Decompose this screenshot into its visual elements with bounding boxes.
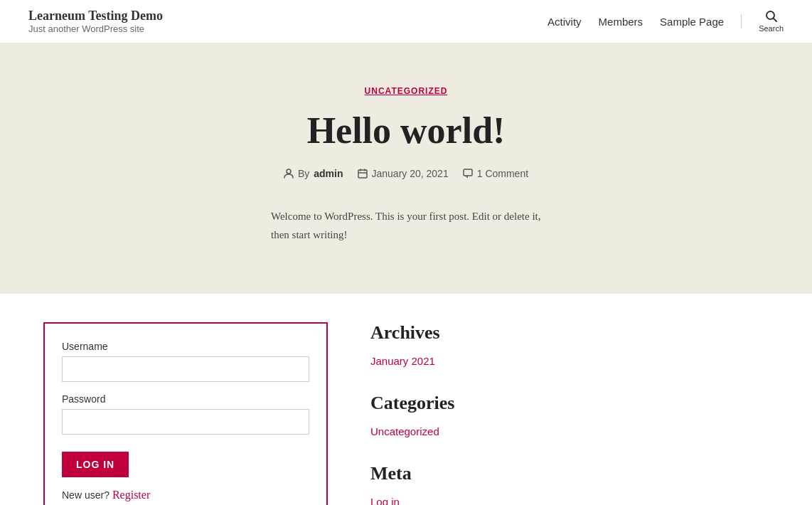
new-user-text: New user? [62, 489, 109, 501]
site-nav: Activity Members Sample Page Search [547, 10, 784, 33]
svg-rect-7 [464, 169, 472, 176]
categories-section: Categories Uncategorized [370, 393, 769, 437]
login-button[interactable]: LOG IN [62, 452, 129, 477]
username-group: Username [62, 341, 309, 382]
main-content: Username Password LOG IN New user? Regis… [15, 294, 797, 505]
nav-members[interactable]: Members [599, 16, 643, 28]
search-icon [765, 10, 778, 23]
category-uncategorized[interactable]: Uncategorized [370, 425, 769, 437]
meta-date: January 20, 2021 [372, 168, 449, 179]
calendar-icon [358, 169, 368, 179]
site-branding: Learneum Testing Demo Just another WordP… [28, 9, 163, 34]
nav-divider [741, 14, 742, 28]
post-meta: By admin January 20, 2021 1 Comment [14, 168, 798, 179]
search-icon-label: Search [759, 24, 784, 33]
meta-heading: Meta [370, 463, 769, 484]
username-input[interactable] [62, 356, 309, 382]
register-link[interactable]: Register [112, 489, 150, 501]
meta-log-in[interactable]: Log in [370, 496, 769, 505]
meta-by: By [298, 168, 309, 179]
password-group: Password [62, 393, 309, 435]
person-icon [284, 169, 294, 179]
meta-comment-item: 1 Comment [463, 168, 528, 179]
login-widget: Username Password LOG IN New user? Regis… [43, 322, 328, 505]
left-column: Username Password LOG IN New user? Regis… [43, 322, 328, 505]
header-search-button[interactable]: Search [759, 10, 784, 33]
archives-heading: Archives [370, 322, 769, 344]
nav-sample-page[interactable]: Sample Page [660, 16, 724, 28]
archives-jan-2021[interactable]: January 2021 [370, 355, 769, 367]
categories-heading: Categories [370, 393, 769, 414]
site-header: Learneum Testing Demo Just another WordP… [0, 0, 812, 43]
meta-author-item: By admin [284, 168, 343, 179]
username-label: Username [62, 341, 309, 352]
site-description: Just another WordPress site [28, 23, 163, 34]
post-excerpt: Welcome to WordPress. This is your first… [271, 208, 541, 244]
meta-author: admin [314, 168, 343, 179]
svg-line-1 [773, 18, 776, 22]
post-title: Hello world! [14, 110, 798, 151]
password-label: Password [62, 393, 309, 405]
svg-rect-3 [358, 170, 367, 178]
nav-activity[interactable]: Activity [547, 16, 582, 28]
new-user-section: New user? Register [62, 489, 309, 501]
right-column: Archives January 2021 Categories Uncateg… [370, 322, 769, 505]
meta-date-item: January 20, 2021 [358, 168, 449, 179]
hero-section: UNCATEGORIZED Hello world! By admin Janu… [0, 43, 812, 294]
archives-section: Archives January 2021 [370, 322, 769, 367]
svg-point-2 [287, 169, 291, 174]
post-category[interactable]: UNCATEGORIZED [14, 86, 798, 96]
meta-section: Meta Log in Entries feed Comments feed [370, 463, 769, 505]
site-title[interactable]: Learneum Testing Demo [28, 9, 163, 23]
comment-icon [463, 169, 473, 179]
meta-comment: 1 Comment [477, 168, 528, 179]
password-input[interactable] [62, 409, 309, 435]
